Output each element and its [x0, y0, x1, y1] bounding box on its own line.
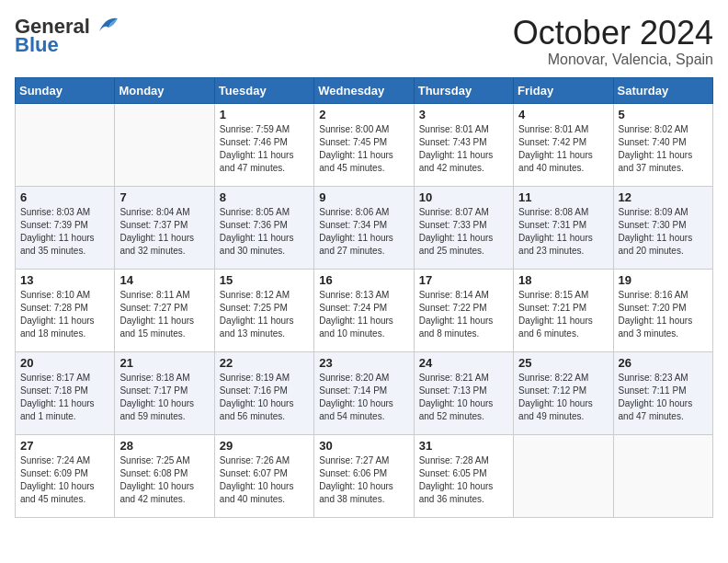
day-cell-10: 10Sunrise: 8:07 AM Sunset: 7:33 PM Dayli…: [414, 186, 513, 269]
day-info: Sunrise: 8:08 AM Sunset: 7:31 PM Dayligh…: [518, 206, 608, 258]
day-cell-23: 23Sunrise: 8:20 AM Sunset: 7:14 PM Dayli…: [314, 351, 414, 434]
day-info: Sunrise: 8:15 AM Sunset: 7:21 PM Dayligh…: [518, 289, 608, 340]
day-info: Sunrise: 8:14 AM Sunset: 7:22 PM Dayligh…: [419, 289, 508, 340]
day-cell-1: 1Sunrise: 7:59 AM Sunset: 7:46 PM Daylig…: [214, 103, 313, 186]
day-info: Sunrise: 8:22 AM Sunset: 7:12 PM Dayligh…: [518, 372, 608, 423]
day-number: 10: [419, 190, 508, 204]
day-cell-3: 3Sunrise: 8:01 AM Sunset: 7:43 PM Daylig…: [414, 103, 513, 186]
day-number: 4: [518, 108, 608, 121]
day-cell-15: 15Sunrise: 8:12 AM Sunset: 7:25 PM Dayli…: [214, 269, 313, 351]
day-cell-8: 8Sunrise: 8:05 AM Sunset: 7:36 PM Daylig…: [214, 186, 313, 269]
day-number: 21: [119, 356, 209, 370]
page-header: General Blue October 2024 Monovar, Valen…: [15, 15, 713, 68]
day-info: Sunrise: 8:10 AM Sunset: 7:28 PM Dayligh…: [20, 289, 109, 340]
week-row-2: 6Sunrise: 8:03 AM Sunset: 7:39 PM Daylig…: [16, 186, 713, 269]
day-number: 31: [419, 439, 508, 453]
col-header-wednesday: Wednesday: [314, 77, 414, 103]
day-cell-31: 31Sunrise: 7:28 AM Sunset: 6:05 PM Dayli…: [414, 434, 513, 517]
day-cell-6: 6Sunrise: 8:03 AM Sunset: 7:39 PM Daylig…: [16, 186, 115, 269]
day-cell-24: 24Sunrise: 8:21 AM Sunset: 7:13 PM Dayli…: [414, 351, 513, 434]
day-number: 13: [20, 273, 109, 287]
day-number: 30: [319, 439, 408, 453]
week-row-5: 27Sunrise: 7:24 AM Sunset: 6:09 PM Dayli…: [16, 434, 713, 517]
day-info: Sunrise: 8:02 AM Sunset: 7:40 PM Dayligh…: [619, 123, 708, 175]
day-number: 8: [220, 190, 309, 204]
day-info: Sunrise: 7:24 AM Sunset: 6:09 PM Dayligh…: [20, 454, 109, 506]
day-info: Sunrise: 8:01 AM Sunset: 7:43 PM Dayligh…: [419, 123, 508, 175]
day-cell-11: 11Sunrise: 8:08 AM Sunset: 7:31 PM Dayli…: [514, 186, 613, 269]
day-number: 20: [20, 356, 109, 370]
day-cell-12: 12Sunrise: 8:09 AM Sunset: 7:30 PM Dayli…: [613, 186, 712, 269]
day-cell-5: 5Sunrise: 8:02 AM Sunset: 7:40 PM Daylig…: [613, 103, 712, 186]
week-row-4: 20Sunrise: 8:17 AM Sunset: 7:18 PM Dayli…: [16, 351, 713, 434]
day-number: 28: [119, 439, 209, 453]
day-number: 14: [119, 273, 209, 287]
day-number: 7: [119, 190, 209, 204]
day-cell-18: 18Sunrise: 8:15 AM Sunset: 7:21 PM Dayli…: [514, 269, 613, 351]
logo: General Blue: [15, 15, 119, 57]
day-info: Sunrise: 8:23 AM Sunset: 7:11 PM Dayligh…: [619, 372, 708, 423]
day-number: 2: [319, 108, 408, 121]
day-info: Sunrise: 8:19 AM Sunset: 7:16 PM Dayligh…: [220, 372, 309, 423]
week-row-1: 1Sunrise: 7:59 AM Sunset: 7:46 PM Daylig…: [16, 103, 713, 186]
day-cell-13: 13Sunrise: 8:10 AM Sunset: 7:28 PM Dayli…: [16, 269, 115, 351]
day-cell-20: 20Sunrise: 8:17 AM Sunset: 7:18 PM Dayli…: [16, 351, 115, 434]
day-info: Sunrise: 8:12 AM Sunset: 7:25 PM Dayligh…: [220, 289, 309, 340]
day-info: Sunrise: 8:03 AM Sunset: 7:39 PM Dayligh…: [20, 206, 109, 258]
day-info: Sunrise: 8:17 AM Sunset: 7:18 PM Dayligh…: [20, 372, 109, 423]
day-info: Sunrise: 8:04 AM Sunset: 7:37 PM Dayligh…: [119, 206, 209, 258]
day-cell-4: 4Sunrise: 8:01 AM Sunset: 7:42 PM Daylig…: [514, 103, 613, 186]
day-cell-22: 22Sunrise: 8:19 AM Sunset: 7:16 PM Dayli…: [214, 351, 313, 434]
location: Monovar, Valencia, Spain: [513, 52, 713, 68]
day-info: Sunrise: 8:01 AM Sunset: 7:42 PM Dayligh…: [518, 123, 608, 175]
day-cell-19: 19Sunrise: 8:16 AM Sunset: 7:20 PM Dayli…: [613, 269, 712, 351]
empty-cell: [514, 434, 613, 517]
day-info: Sunrise: 8:21 AM Sunset: 7:13 PM Dayligh…: [419, 372, 508, 423]
day-number: 22: [220, 356, 309, 370]
month-title: October 2024: [513, 15, 713, 52]
day-cell-28: 28Sunrise: 7:25 AM Sunset: 6:08 PM Dayli…: [115, 434, 214, 517]
day-info: Sunrise: 8:16 AM Sunset: 7:20 PM Dayligh…: [619, 289, 708, 340]
day-info: Sunrise: 7:25 AM Sunset: 6:08 PM Dayligh…: [119, 454, 209, 506]
day-info: Sunrise: 8:13 AM Sunset: 7:24 PM Dayligh…: [319, 289, 408, 340]
day-number: 18: [518, 273, 608, 287]
day-number: 17: [419, 273, 508, 287]
empty-cell: [16, 103, 115, 186]
week-row-3: 13Sunrise: 8:10 AM Sunset: 7:28 PM Dayli…: [16, 269, 713, 351]
day-number: 27: [20, 439, 109, 453]
day-cell-29: 29Sunrise: 7:26 AM Sunset: 6:07 PM Dayli…: [214, 434, 313, 517]
day-number: 29: [220, 439, 309, 453]
day-number: 23: [319, 356, 408, 370]
day-info: Sunrise: 7:28 AM Sunset: 6:05 PM Dayligh…: [419, 454, 508, 506]
day-cell-17: 17Sunrise: 8:14 AM Sunset: 7:22 PM Dayli…: [414, 269, 513, 351]
empty-cell: [115, 103, 214, 186]
day-info: Sunrise: 8:20 AM Sunset: 7:14 PM Dayligh…: [319, 372, 408, 423]
day-info: Sunrise: 8:11 AM Sunset: 7:27 PM Dayligh…: [119, 289, 209, 340]
day-cell-21: 21Sunrise: 8:18 AM Sunset: 7:17 PM Dayli…: [115, 351, 214, 434]
col-header-thursday: Thursday: [414, 77, 513, 103]
day-cell-16: 16Sunrise: 8:13 AM Sunset: 7:24 PM Dayli…: [314, 269, 414, 351]
day-number: 12: [619, 190, 708, 204]
day-number: 16: [319, 273, 408, 287]
col-header-friday: Friday: [514, 77, 613, 103]
day-number: 9: [319, 190, 408, 204]
day-number: 6: [20, 190, 109, 204]
day-cell-26: 26Sunrise: 8:23 AM Sunset: 7:11 PM Dayli…: [613, 351, 712, 434]
day-cell-14: 14Sunrise: 8:11 AM Sunset: 7:27 PM Dayli…: [115, 269, 214, 351]
day-cell-9: 9Sunrise: 8:06 AM Sunset: 7:34 PM Daylig…: [314, 186, 414, 269]
day-info: Sunrise: 8:06 AM Sunset: 7:34 PM Dayligh…: [319, 206, 408, 258]
calendar-table: SundayMondayTuesdayWednesdayThursdayFrid…: [15, 77, 713, 518]
day-info: Sunrise: 8:00 AM Sunset: 7:45 PM Dayligh…: [319, 123, 408, 175]
days-header-row: SundayMondayTuesdayWednesdayThursdayFrid…: [16, 77, 713, 103]
day-info: Sunrise: 7:59 AM Sunset: 7:46 PM Dayligh…: [220, 123, 309, 175]
day-info: Sunrise: 8:18 AM Sunset: 7:17 PM Dayligh…: [119, 372, 209, 423]
day-number: 1: [220, 108, 309, 121]
day-number: 11: [518, 190, 608, 204]
logo-blue: Blue: [15, 33, 59, 57]
day-number: 24: [419, 356, 508, 370]
day-number: 25: [518, 356, 608, 370]
day-info: Sunrise: 7:26 AM Sunset: 6:07 PM Dayligh…: [220, 454, 309, 506]
col-header-tuesday: Tuesday: [214, 77, 313, 103]
title-area: October 2024 Monovar, Valencia, Spain: [513, 15, 713, 68]
day-info: Sunrise: 7:27 AM Sunset: 6:06 PM Dayligh…: [319, 454, 408, 506]
